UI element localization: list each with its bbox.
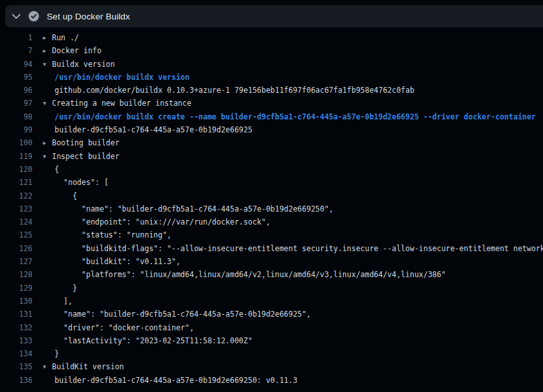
- output-text: }: [43, 347, 59, 360]
- output-text: "platforms": "linux/amd64,linux/amd64/v2…: [43, 268, 446, 281]
- triangle-expanded-icon[interactable]: ▼: [43, 360, 52, 373]
- log-line: 95/usr/bin/docker buildx version: [0, 71, 543, 84]
- line-number[interactable]: 119: [0, 150, 32, 163]
- log-line: 134}: [0, 347, 543, 360]
- step-title: Set up Docker Buildx: [47, 12, 130, 21]
- output-text: "endpoint": "unix:///var/run/docker.sock…: [43, 215, 270, 228]
- command-text: /usr/bin/docker buildx create --name bui…: [43, 110, 536, 123]
- line-number[interactable]: 96: [0, 84, 32, 97]
- log-line: 133 "lastActivity": "2023-02-25T11:58:12…: [0, 334, 543, 347]
- log-line: 136builder-d9cfb5a1-c764-445a-a57e-0b19d…: [0, 374, 543, 387]
- line-number[interactable]: 122: [0, 190, 32, 202]
- line-number[interactable]: 136: [0, 374, 32, 387]
- line-number[interactable]: 128: [0, 268, 32, 281]
- triangle-expanded-icon[interactable]: ▼: [43, 58, 52, 71]
- line-number[interactable]: 98: [0, 110, 32, 123]
- log-line: 132 "driver": "docker-container",: [0, 321, 543, 334]
- log-line: 127 "buildkit": "v0.11.3",: [0, 255, 543, 268]
- log-line: 98/usr/bin/docker buildx create --name b…: [0, 110, 543, 123]
- log-line: 129 }: [0, 282, 543, 295]
- output-text: builder-d9cfb5a1-c764-445a-a57e-0b19d2e6…: [43, 123, 253, 136]
- line-number[interactable]: 135: [0, 360, 32, 373]
- line-number[interactable]: 125: [0, 228, 32, 241]
- line-number[interactable]: 124: [0, 215, 32, 228]
- output-text: "name": "builder-d9cfb5a1-c764-445a-a57e…: [43, 202, 333, 215]
- group-toggle[interactable]: ▶Run ./: [43, 31, 79, 44]
- output-text: "driver": "docker-container",: [43, 321, 194, 334]
- line-number[interactable]: 131: [0, 308, 32, 321]
- group-title: Run ./: [52, 33, 79, 42]
- line-number[interactable]: 1: [0, 31, 32, 44]
- log-group-row[interactable]: 135▼BuildKit version: [0, 360, 543, 373]
- group-title: Docker info: [52, 46, 101, 55]
- log-line: 123 "name": "builder-d9cfb5a1-c764-445a-…: [0, 202, 543, 215]
- output-text: "nodes": [: [43, 176, 108, 189]
- line-number[interactable]: 134: [0, 347, 32, 360]
- line-number[interactable]: 120: [0, 163, 32, 176]
- output-text: builder-d9cfb5a1-c764-445a-a57e-0b19d2e6…: [43, 374, 297, 387]
- chevron-down-icon[interactable]: [12, 12, 21, 21]
- group-toggle[interactable]: ▶Docker info: [43, 44, 101, 57]
- log-group-row[interactable]: 7▶Docker info: [0, 44, 543, 57]
- group-title: Inspect builder: [52, 152, 120, 161]
- log-line: 120{: [0, 163, 543, 176]
- output-text: "status": "running",: [43, 228, 171, 241]
- log-line: 128 "platforms": "linux/amd64,linux/amd6…: [0, 268, 543, 281]
- output-text: "buildkitd-flags": "--allow-insecure-ent…: [43, 242, 543, 255]
- log-line: 125 "status": "running",: [0, 228, 543, 241]
- line-number[interactable]: 100: [0, 136, 32, 149]
- triangle-expanded-icon[interactable]: ▼: [43, 150, 52, 163]
- log-line: 131 "name": "builder-d9cfb5a1-c764-445a-…: [0, 308, 543, 321]
- triangle-collapsed-icon[interactable]: ▶: [43, 44, 52, 57]
- log-line: 124 "endpoint": "unix:///var/run/docker.…: [0, 215, 543, 228]
- group-title: Booting builder: [52, 138, 120, 147]
- output-text: github.com/docker/buildx 0.10.3+azure-1 …: [43, 84, 414, 97]
- line-number[interactable]: 129: [0, 282, 32, 295]
- log-line: 99builder-d9cfb5a1-c764-445a-a57e-0b19d2…: [0, 123, 543, 136]
- output-text: }: [43, 282, 77, 295]
- group-title: BuildKit version: [52, 362, 124, 371]
- line-number[interactable]: 126: [0, 242, 32, 255]
- log-viewer: 1▶Run ./7▶Docker info94▼Buildx version95…: [0, 27, 543, 387]
- line-number[interactable]: 7: [0, 44, 32, 57]
- log-group-row[interactable]: 97▼Creating a new builder instance: [0, 97, 543, 110]
- command-text: /usr/bin/docker buildx version: [43, 71, 190, 84]
- line-number[interactable]: 99: [0, 123, 32, 136]
- log-line: 126 "buildkitd-flags": "--allow-insecure…: [0, 242, 543, 255]
- log-line: 96github.com/docker/buildx 0.10.3+azure-…: [0, 84, 543, 97]
- line-number[interactable]: 94: [0, 58, 32, 71]
- log-group-row[interactable]: 94▼Buildx version: [0, 58, 543, 71]
- output-text: "name": "builder-d9cfb5a1-c764-445a-a57e…: [43, 308, 311, 321]
- check-circle-icon: [29, 11, 39, 21]
- line-number[interactable]: 133: [0, 334, 32, 347]
- line-number[interactable]: 132: [0, 321, 32, 334]
- output-text: "lastActivity": "2023-02-25T11:58:12.000…: [43, 334, 253, 347]
- line-number[interactable]: 95: [0, 71, 32, 84]
- step-header[interactable]: Set up Docker Buildx: [5, 5, 543, 27]
- line-number[interactable]: 121: [0, 176, 32, 189]
- log-line: 130 ],: [0, 295, 543, 308]
- output-text: ],: [43, 295, 73, 308]
- triangle-expanded-icon[interactable]: ▼: [43, 97, 52, 110]
- group-toggle[interactable]: ▼Buildx version: [43, 58, 115, 71]
- workflow-step-panel: Set up Docker Buildx 1▶Run ./7▶Docker in…: [0, 5, 543, 392]
- line-number[interactable]: 127: [0, 255, 32, 268]
- group-toggle[interactable]: ▼Creating a new builder instance: [43, 97, 192, 110]
- log-line: 122 {: [0, 190, 543, 202]
- group-toggle[interactable]: ▼BuildKit version: [43, 360, 124, 373]
- line-number[interactable]: 130: [0, 295, 32, 308]
- log-group-row[interactable]: 1▶Run ./: [0, 31, 543, 44]
- log-group-row[interactable]: 119▼Inspect builder: [0, 150, 543, 163]
- line-number[interactable]: 97: [0, 97, 32, 110]
- output-text: "buildkit": "v0.11.3",: [43, 255, 181, 268]
- log-group-row[interactable]: 100▶Booting builder: [0, 136, 543, 149]
- output-text: {: [43, 163, 59, 176]
- line-number[interactable]: 123: [0, 202, 32, 215]
- log-line: 121 "nodes": [: [0, 176, 543, 189]
- output-text: {: [43, 190, 77, 202]
- group-title: Buildx version: [52, 60, 115, 69]
- triangle-collapsed-icon[interactable]: ▶: [43, 136, 52, 149]
- triangle-collapsed-icon[interactable]: ▶: [43, 31, 52, 44]
- group-toggle[interactable]: ▼Inspect builder: [43, 150, 120, 163]
- group-toggle[interactable]: ▶Booting builder: [43, 136, 120, 149]
